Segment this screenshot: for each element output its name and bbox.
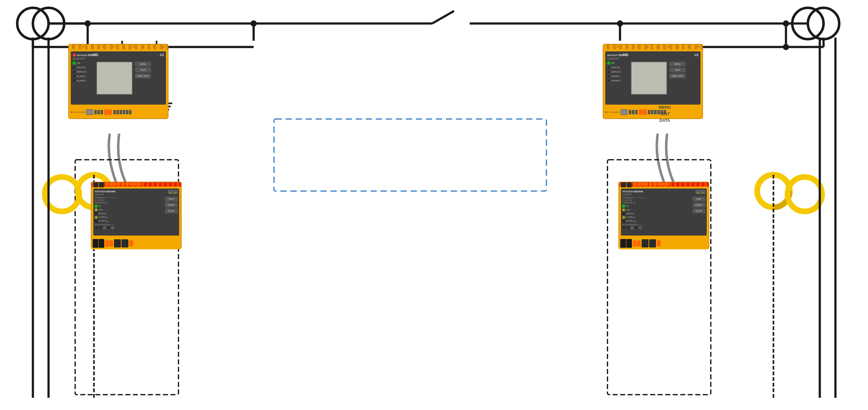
svg-point-14 [617,20,623,27]
eds440-right-device: BENDER EDS440 ISOSCAN® ▲₁ ▲ₙ CHANNELS ——… [618,182,709,249]
iso685-right-unit: kΩ [694,53,699,57]
svg-point-43 [757,175,790,207]
svg-point-16 [783,20,789,27]
iso685-right-menu-button[interactable]: MENU [670,62,685,66]
iso685-right-screen [631,62,667,95]
iso685-left-data-info-buttons[interactable]: DATA INFO [135,74,151,78]
iso685-left-unit: kΩ [160,53,164,57]
menu-test-data-label: MENU TEST DATA [638,104,691,124]
iso685-right-on-label: ON [611,62,615,64]
iso685-left-pghon-label: PGH ON [77,66,86,68]
svg-point-44 [45,177,79,211]
diagram-container: 🔴 BENDER iso685 ISOMETER® kΩ ON [0,0,868,410]
iso685-left-on-label: ON [77,62,80,64]
svg-point-2 [792,8,824,39]
svg-point-25 [783,44,789,50]
eds440-left-mute-button[interactable]: MUTE [165,209,178,213]
eds440-left-device: BENDER EDS440 ISOSCAN® ▲₁ ▲ₙ CHANNELS ——… [91,182,182,249]
svg-point-42 [757,175,790,207]
iso685-left-device: 🔴 BENDER iso685 ISOMETER® kΩ ON [68,44,168,119]
eds440-right-mute-button[interactable]: MUTE [693,209,705,213]
iso685-left-test-button[interactable]: TEST [135,68,151,72]
svg-point-0 [17,8,49,39]
iso685-left-screen [96,62,132,95]
svg-point-3 [808,8,839,39]
svg-point-45 [787,177,822,211]
svg-rect-37 [274,119,547,191]
iso685-left-alarm1-label: ALARM 1 [77,75,86,77]
iso685-left-service-label: SERVICE [77,71,86,73]
svg-point-6 [85,20,91,27]
iso685-left-menu-button[interactable]: MENU [135,62,151,66]
eds440-right-reset-button[interactable]: RESET [693,203,705,207]
eds440-left-reset-button[interactable]: RESET [165,203,178,207]
iso685-right-test-button[interactable]: TEST [670,68,685,72]
eds440-left-test-button[interactable]: TEST [165,197,178,201]
svg-point-1 [33,8,64,39]
svg-line-11 [432,11,454,24]
iso685-right-data-info-buttons[interactable]: DATA INFO [670,74,685,78]
iso685-left-alarm2-label: ALARM 2 [77,80,86,82]
eds440-right-test-button[interactable]: TEST [693,197,705,201]
svg-point-9 [250,20,257,27]
